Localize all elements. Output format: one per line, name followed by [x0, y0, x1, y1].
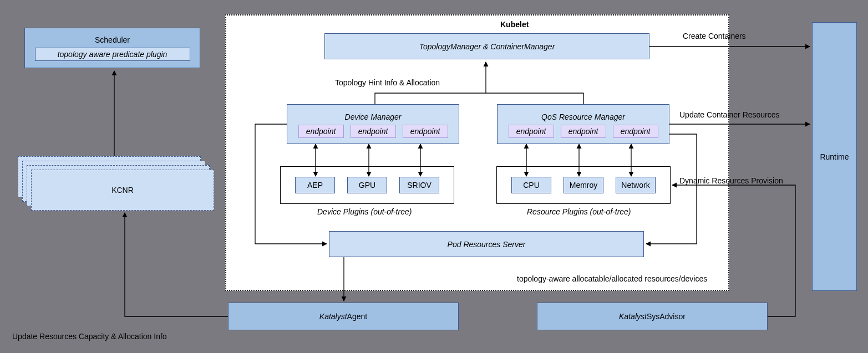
- device-manager-box: Device Manager endpoint endpoint endpoin…: [287, 104, 459, 144]
- device-manager-title: Device Manager: [345, 112, 402, 121]
- diagram-canvas: Scheduler topology aware predicate plugi…: [0, 0, 868, 353]
- sysadvisor-rest: SysAdvisor: [647, 312, 686, 321]
- plugin-sriov: SRIOV: [399, 177, 439, 193]
- topology-aware-label: topology-aware allocatable/allocated res…: [517, 274, 707, 283]
- katalyst-agent-rest: Agent: [347, 312, 368, 321]
- qos-endpoint-3: endpoint: [613, 125, 658, 138]
- label-update-resources: Update Container Resources: [679, 110, 780, 119]
- resource-plugins-label: Resource Plugins (out-of-tree): [527, 207, 631, 216]
- label-update-capacity: Update Resources Capacity & Allocation I…: [12, 332, 167, 341]
- qos-manager-box: QoS Resource Manager endpoint endpoint e…: [497, 104, 669, 144]
- katalyst-agent-prefix: Katalyst: [319, 312, 347, 321]
- device-plugins-box: AEP GPU SRIOV: [280, 166, 454, 204]
- runtime-box: Runtime: [812, 22, 857, 291]
- device-endpoint-1: endpoint: [298, 125, 344, 138]
- qos-endpoint-1: endpoint: [509, 125, 554, 138]
- plugin-network: Network: [616, 177, 656, 193]
- device-endpoint-3: endpoint: [403, 125, 448, 138]
- scheduler-title: Scheduler: [95, 35, 130, 44]
- scheduler-box: Scheduler topology aware predicate plugi…: [24, 28, 200, 68]
- topology-manager-box: TopologyManager & ContainerManager: [324, 33, 649, 59]
- sysadvisor-prefix: Katalyst: [619, 312, 647, 321]
- label-create-containers: Create Containers: [683, 32, 746, 40]
- hint-label: Topology Hint Info & Allocation: [335, 78, 440, 87]
- kubelet-title: Kubelet: [500, 20, 529, 29]
- device-plugins-label: Device Plugins (out-of-tree): [317, 207, 412, 216]
- resource-plugins-box: CPU Memroy Network: [496, 166, 671, 204]
- plugin-cpu: CPU: [511, 177, 551, 193]
- plugin-gpu: GPU: [347, 177, 387, 193]
- qos-endpoint-2: endpoint: [561, 125, 606, 138]
- kcnr-card-top: KCNR: [31, 170, 214, 211]
- scheduler-plugin: topology aware predicate plugin: [35, 48, 190, 61]
- plugin-memory: Memroy: [564, 177, 603, 193]
- label-dynamic-provision: Dynamic Resources Provision: [679, 176, 783, 185]
- device-endpoint-2: endpoint: [351, 125, 396, 138]
- sysadvisor-box: Katalyst SysAdvisor: [537, 303, 768, 330]
- katalyst-agent-box: Katalyst Agent: [228, 303, 459, 330]
- plugin-aep: AEP: [295, 177, 335, 193]
- pod-resources-server: Pod Resources Server: [329, 231, 644, 257]
- qos-manager-title: QoS Resource Manager: [541, 112, 625, 121]
